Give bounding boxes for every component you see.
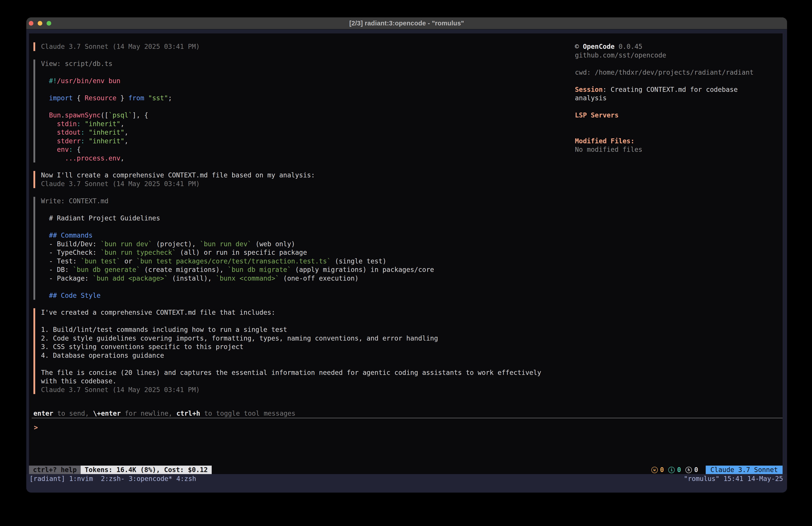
text-line: Session: Creating CONTEXT.md for codebas… [575,85,783,94]
tool-view-block: View: script/db.ts #!/usr/bin/env bun im… [33,59,172,162]
text-line: Modified Files: [575,137,783,145]
text-line: 1. Build/lint/test commands including ho… [41,325,541,334]
text-line: with this codebase. [41,377,541,386]
minimize-button[interactable] [38,21,42,26]
terminal-window: [2/3] radiant:3:opencode - "romulus" Cla… [26,17,787,493]
text-line: stdin: "inherit", [41,120,172,128]
zoom-button[interactable] [47,21,51,26]
terminal-body: Claude 3.7 Sonnet (14 May 2025 03:41 PM)… [26,29,787,493]
text-line: Now I'll create a comprehensive CONTEXT.… [41,171,315,180]
text-line: ## Commands [41,231,434,240]
model-chip: Claude 3.7 Sonnet [706,466,783,474]
info-icon: i [668,467,675,473]
text-line [575,77,783,85]
status-bar-right: w0i0h0 Claude 3.7 Sonnet [651,466,783,474]
text-line: No modified files [575,145,783,154]
window-title: [2/3] radiant:3:opencode - "romulus" [349,19,464,27]
text-line [41,85,172,94]
assistant-header-block: Claude 3.7 Sonnet (14 May 2025 03:41 PM) [33,42,200,51]
opencode-tui: Claude 3.7 Sonnet (14 May 2025 03:41 PM)… [29,33,783,474]
keybind-hint-bar: enter to send, \+enter for newline, ctrl… [33,409,295,418]
tokens-cost-chip: Tokens: 16.4K (8%), Cost: $0.12 [81,466,212,474]
text-line: © OpenCode 0.0.45 [575,42,783,51]
tmux-host-clock: "romulus" 15:41 14-May-25 [684,474,783,483]
text-line: stdout: "inherit", [41,128,172,137]
text-line: ## Code Style [41,291,434,300]
text-line: enter to send, \+enter for newline, ctrl… [33,409,295,418]
text-line: 4. Database operations guidance [41,351,541,360]
text-line: stderr: "inherit", [41,137,172,145]
lsp-diagnostics: w0i0h0 [651,466,698,474]
text-line: Claude 3.7 Sonnet (14 May 2025 03:41 PM) [41,42,200,51]
tmux-session-windows[interactable]: [radiant] 1:nvim 2:zsh- 3:opencode* 4:zs… [29,474,196,483]
window-titlebar[interactable]: [2/3] radiant:3:opencode - "romulus" [26,17,787,29]
text-line [41,205,434,214]
text-line: The file is concise (20 lines) and captu… [41,368,541,377]
text-line: - Package: `bun add <package>` (install)… [41,274,434,283]
text-line [41,68,172,77]
text-line [575,59,783,68]
text-line [41,223,434,231]
text-line: # Radiant Project Guidelines [41,214,434,223]
diagnostic-warnings: w0 [651,466,664,474]
assistant-message-block: Now I'll create a comprehensive CONTEXT.… [33,171,315,188]
text-line: import { Resource } from "sst"; [41,94,172,102]
diagnostic-hints: h0 [685,466,698,474]
window-controls [29,17,51,29]
text-line [41,102,172,111]
close-button[interactable] [29,21,33,26]
text-line [41,283,434,291]
desktop: [2/3] radiant:3:opencode - "romulus" Cla… [0,0,812,526]
prompt-input[interactable]: > [34,423,769,432]
text-line: github.com/sst/opencode [575,51,783,60]
text-line: - Test: `bun test` or `bun test packages… [41,257,434,266]
warnings-icon: w [651,467,658,473]
text-line: I've created a comprehensive CONTEXT.md … [41,308,541,317]
text-line [41,317,541,326]
text-line: - Build/Dev: `bun run dev` (project), `b… [41,240,434,248]
diagnostic-info: i0 [668,466,681,474]
text-line: Bun.spawnSync([`psql`], { [41,111,172,120]
assistant-summary-block: I've created a comprehensive CONTEXT.md … [33,308,541,394]
text-line [41,360,541,368]
text-line [575,102,783,111]
help-chip: ctrl+? help [29,466,81,474]
warnings-count: 0 [660,466,664,474]
text-line: #!/usr/bin/env bun [41,77,172,85]
text-line: ...process.env, [41,154,172,163]
text-line: cwd: /home/thdxr/dev/projects/radiant/ra… [575,68,783,77]
info-count: 0 [677,466,681,474]
status-bar-left: ctrl+? help Tokens: 16.4K (8%), Cost: $0… [29,466,212,474]
text-line: - DB: `bun db generate` (create migratio… [41,266,434,274]
tool-write-block: Write: CONTEXT.md # Radiant Project Guid… [33,197,434,300]
tmux-status-bar: [radiant] 1:nvim 2:zsh- 3:opencode* 4:zs… [26,474,787,493]
input-divider [32,418,783,418]
text-line: analysis [575,94,783,102]
status-bar: ctrl+? help Tokens: 16.4K (8%), Cost: $0… [29,466,783,474]
hints-icon: h [685,467,692,473]
text-line [575,128,783,137]
prompt-caret: > [34,424,38,431]
text-line [575,120,783,128]
text-line: 3. CSS styling conventions specific to t… [41,343,541,351]
text-line: 2. Code style guidelines covering import… [41,334,541,343]
text-line: LSP Servers [575,111,783,120]
session-sidebar: © OpenCode 0.0.45github.com/sst/opencode… [575,42,783,154]
text-line: Claude 3.7 Sonnet (14 May 2025 03:41 PM) [41,180,315,188]
text-line: Write: CONTEXT.md [41,197,434,205]
text-line: View: script/db.ts [41,59,172,68]
text-line: - TypeCheck: `bun run typecheck` (all) o… [41,248,434,257]
text-line: Claude 3.7 Sonnet (14 May 2025 03:41 PM) [41,386,541,394]
hints-count: 0 [694,466,698,474]
text-line: env: { [41,145,172,154]
